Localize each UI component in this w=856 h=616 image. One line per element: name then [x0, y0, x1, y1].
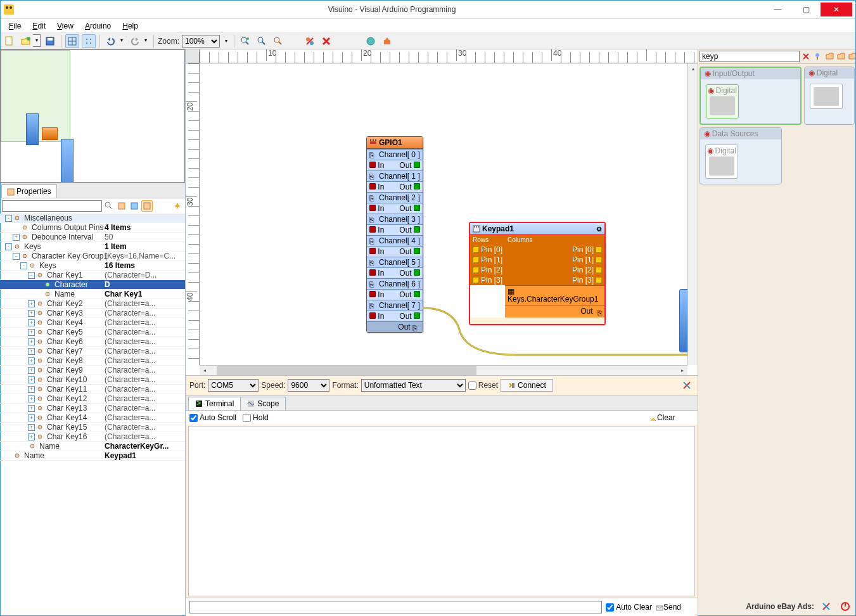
block-keypad1[interactable]: Keypad1 ⚙ Rows Pin [0]Pin [1]Pin [2]Pin … [469, 222, 606, 325]
save-button[interactable] [43, 34, 57, 48]
pin-icon[interactable] [596, 277, 602, 283]
expander-icon[interactable]: + [28, 310, 35, 317]
expander-icon[interactable]: + [28, 424, 35, 431]
row-pin[interactable]: Pin [0] [470, 245, 505, 255]
design-canvas[interactable]: GPIO1 ⎘Channel[ 0 ] InOut ⎘Channel[ 1 ] … [200, 63, 687, 365]
pin-out-icon[interactable] [414, 269, 420, 276]
scrollbar-vertical[interactable]: ▴ [687, 63, 698, 365]
channel-header[interactable]: ⎘Channel[ 5 ] [367, 257, 423, 267]
palette-group-io[interactable]: ◉ Input/Output ◉ Digital [699, 67, 802, 125]
property-row[interactable]: +Char Key3(Character=a... [0, 309, 185, 318]
pin-out-icon[interactable] [414, 183, 420, 189]
pin-icon[interactable] [596, 267, 602, 273]
arduino-button[interactable] [364, 34, 378, 48]
pin-in-icon[interactable] [369, 162, 376, 168]
undo-dropdown[interactable]: ▾ [118, 34, 125, 47]
property-row[interactable]: +Char Key12(Character=a... [0, 394, 185, 404]
pin-in-icon[interactable] [369, 248, 376, 254]
search-icon[interactable] [103, 200, 115, 212]
pin-icon[interactable] [473, 257, 479, 263]
maximize-button[interactable]: ▢ [792, 3, 821, 16]
expander-icon[interactable]: + [28, 414, 35, 421]
expander-icon[interactable]: + [28, 405, 35, 412]
send-button[interactable]: Send [656, 603, 694, 612]
expander-icon[interactable]: - [28, 272, 35, 279]
channel-io[interactable]: InOut [367, 267, 423, 278]
menu-file[interactable]: File [4, 20, 26, 32]
property-row[interactable]: CharacterD [0, 280, 185, 290]
property-row[interactable]: +Char Key11(Character=a... [0, 385, 185, 394]
redo-dropdown[interactable]: ▾ [142, 34, 150, 47]
pin-in-icon[interactable] [369, 291, 376, 297]
expand-icon[interactable] [116, 200, 127, 212]
expander-icon[interactable]: + [28, 300, 35, 307]
property-row[interactable]: -Keys1 Item [0, 242, 185, 252]
channel-header[interactable]: ⎘Channel[ 3 ] [367, 214, 423, 224]
upload-button[interactable] [380, 34, 394, 48]
property-row[interactable]: +Char Key2(Character=a... [0, 299, 185, 309]
property-row[interactable]: +Char Key15(Character=a... [0, 423, 185, 432]
tab-properties[interactable]: Properties [1, 184, 57, 198]
settings-icon[interactable] [680, 378, 694, 392]
expander-icon[interactable]: + [28, 319, 35, 326]
menu-help[interactable]: Help [117, 20, 143, 32]
pin-icon[interactable] [172, 200, 183, 212]
expander-icon[interactable]: + [28, 386, 35, 393]
gear-icon[interactable]: ⚙ [596, 226, 602, 233]
col-pin[interactable]: Pin [3] [505, 275, 604, 285]
channel-io[interactable]: InOut [367, 224, 423, 235]
pin-out-icon[interactable] [414, 248, 420, 254]
palette-search[interactable] [699, 51, 800, 62]
ads-tools-icon[interactable] [819, 600, 833, 613]
palette-group-datasources[interactable]: ◉ Data Sources ◉ Digital [699, 127, 782, 184]
property-row[interactable]: +Char Key7(Character=a... [0, 347, 185, 356]
property-row[interactable]: -Miscellaneous [0, 214, 185, 223]
row-pin[interactable]: Pin [2] [470, 265, 505, 275]
zoom-tool-button[interactable] [271, 34, 285, 48]
redo-button[interactable] [128, 34, 142, 48]
property-row[interactable]: +Char Key13(Character=a... [0, 404, 185, 413]
property-row[interactable]: -Keys16 Items [0, 261, 185, 271]
channel-header[interactable]: ⎘Channel[ 2 ] [367, 192, 423, 203]
pin-out-icon[interactable] [414, 162, 420, 168]
tab-terminal[interactable]: >Terminal [188, 397, 241, 410]
zoom-dropdown[interactable]: ▾ [222, 35, 230, 48]
expander-icon[interactable]: - [20, 262, 27, 269]
clear-button[interactable]: Clear [649, 413, 694, 422]
palette-item-digital[interactable]: ◉ Digital [706, 84, 739, 119]
property-row[interactable]: +Char Key10(Character=a... [0, 375, 185, 385]
col-pin[interactable]: Pin [1] [505, 255, 604, 265]
pin-out-icon[interactable] [414, 226, 420, 233]
overview-map[interactable] [0, 49, 185, 183]
expander-icon[interactable]: + [28, 338, 35, 345]
property-row[interactable]: NameKeypad1 [0, 451, 185, 461]
menu-edit[interactable]: Edit [27, 20, 51, 32]
row-pin[interactable]: Pin [1] [470, 255, 505, 265]
pin-out-icon[interactable] [414, 312, 420, 319]
pin-icon[interactable] [473, 267, 479, 273]
pin-icon[interactable] [596, 257, 602, 263]
disconnect-button[interactable] [303, 34, 317, 48]
zoom-select[interactable]: 100% [182, 35, 220, 48]
snap-button[interactable] [82, 34, 96, 48]
col-pin[interactable]: Pin [2] [505, 265, 604, 275]
expander-icon[interactable]: - [13, 253, 20, 260]
reset-checkbox[interactable]: Reset [468, 381, 498, 390]
minimize-button[interactable]: — [763, 3, 792, 16]
property-row[interactable]: Columns Output Pins4 Items [0, 223, 185, 233]
properties-tree[interactable]: -MiscellaneousColumns Output Pins4 Items… [0, 214, 185, 616]
palette-group-digital[interactable]: ◉ Digital [804, 67, 855, 125]
expander-icon[interactable]: + [13, 234, 20, 241]
terminal-output[interactable] [188, 426, 695, 596]
pin-in-icon[interactable] [369, 205, 376, 211]
channel-io[interactable]: InOut [367, 289, 423, 300]
close-button[interactable]: ✕ [821, 3, 852, 16]
autoscroll-checkbox[interactable]: Auto Scroll [189, 413, 236, 422]
property-row[interactable]: +Char Key4(Character=a... [0, 318, 185, 328]
pin-in-icon[interactable] [369, 269, 376, 276]
expander-icon[interactable]: + [28, 433, 35, 440]
property-row[interactable]: +Char Key5(Character=a... [0, 328, 185, 337]
speed-select[interactable]: 9600 [288, 379, 329, 392]
channel-io[interactable]: InOut [367, 311, 423, 321]
delete-button[interactable] [319, 34, 333, 48]
